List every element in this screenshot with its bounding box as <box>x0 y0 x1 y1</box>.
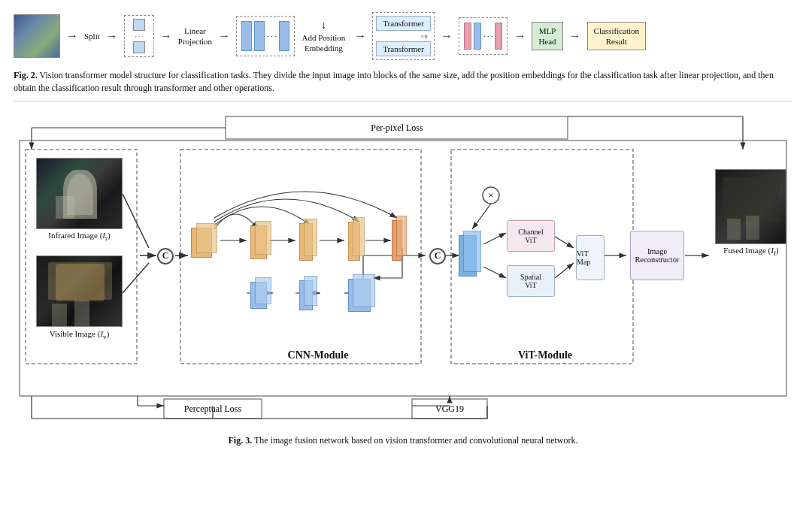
infrared-label: Infrared Image (Ir) <box>36 231 123 242</box>
fig2-arrow3: → <box>160 29 172 43</box>
fig2-split-label: Split <box>84 32 100 41</box>
vit-module-label: ViT-Module <box>459 349 632 361</box>
channel-vit-box: Channel ViT <box>507 220 555 252</box>
vit-map-box: ViT Map <box>576 235 604 280</box>
svg-text:Perceptual Loss: Perceptual Loss <box>184 404 242 414</box>
spatial-vit-box: Spatial ViT <box>507 265 555 297</box>
fig2-mlp-box: MLP Head <box>532 22 562 51</box>
fig2-arrow6: → <box>441 29 453 43</box>
svg-rect-8 <box>412 399 487 419</box>
fig2-arrow5: → <box>354 29 366 43</box>
fig2-arrow2: → <box>106 29 118 43</box>
cnn-bottleneck-block-shadow <box>396 216 407 256</box>
cnn-enc-block3-shadow <box>304 219 317 256</box>
fig2-input-image <box>14 14 60 58</box>
svg-text:Per-pixel Loss: Per-pixel Loss <box>371 122 423 133</box>
figure3-diagram: Per-pixel Loss Perceptual Loss VGG19 <box>14 109 792 432</box>
fig2-arrow1: → <box>66 29 78 43</box>
fig2-caption: Fig. 2. Vision transformer model structu… <box>14 69 780 95</box>
svg-point-30 <box>483 187 499 204</box>
fig2-blocks-box: · · · <box>236 16 295 56</box>
svg-rect-4 <box>226 116 568 139</box>
fig2-arrow7: → <box>514 29 526 43</box>
svg-line-28 <box>555 237 574 248</box>
figure2-area: → Split → · · · → LinearProjection → · · <box>14 8 792 95</box>
svg-line-13 <box>123 263 149 293</box>
fig2-diagram: → Split → · · · → LinearProjection → · · <box>14 8 646 65</box>
cnn-dec-block1-shadow <box>255 277 271 304</box>
svg-line-27 <box>483 267 506 278</box>
fused-label: Fused Image (If) <box>713 246 789 257</box>
svg-line-29 <box>555 263 574 278</box>
fig2-output-blocks: · · · <box>459 17 508 55</box>
fig2-patches-box: · · · <box>124 15 154 57</box>
fig2-caption-bold: Fig. 2. <box>14 70 38 80</box>
fused-image <box>715 169 786 244</box>
reconstructor-box: Image Reconstructor <box>630 231 684 280</box>
svg-rect-6 <box>164 399 262 419</box>
fig2-arrow4: → <box>218 29 230 43</box>
cnn-enc-block1-shadow <box>196 223 217 253</box>
fig2-caption-text: Vision transformer model structure for c… <box>14 70 774 93</box>
cnn-enc-block2-shadow <box>255 221 271 255</box>
figure3-container: Per-pixel Loss Perceptual Loss VGG19 <box>14 109 792 446</box>
fig3-caption-text: The image fusion network based on vision… <box>252 435 577 446</box>
fig2-transformer-box: Transformer ×n Transformer <box>372 12 435 60</box>
fig3-caption: Fig. 3. The image fusion network based o… <box>14 435 792 446</box>
svg-line-12 <box>123 194 149 248</box>
visible-image <box>36 255 123 327</box>
concat-circle-left: C <box>157 248 174 264</box>
cnn-dec-block2-shadow <box>304 276 317 306</box>
vit-input-block-shadow <box>463 231 481 272</box>
cnn-module-label: CNN-Module <box>217 349 420 361</box>
concat-circle-right: C <box>429 248 446 264</box>
svg-text:×: × <box>488 189 493 201</box>
fig3-caption-bold: Fig. 3. <box>228 435 252 446</box>
fig2-transformer1: Transformer <box>376 16 431 31</box>
visible-label: Visible Image (Iv) <box>36 329 123 340</box>
fig2-add-pos-label: ↓ Add PositionEmbedding <box>302 19 346 54</box>
main-container: → Split → · · · → LinearProjection → · · <box>0 0 806 454</box>
svg-line-32 <box>472 204 491 229</box>
cnn-enc-block4-shadow <box>353 217 365 256</box>
fig2-transformer2: Transformer <box>376 41 431 56</box>
fig2-linear-label: LinearProjection <box>178 26 212 47</box>
infrared-image <box>36 158 123 229</box>
svg-text:VGG19: VGG19 <box>435 404 464 414</box>
fig2-arrow8: → <box>569 29 581 43</box>
cnn-dec-block3-shadow <box>353 274 375 307</box>
fig2-result-box: Classification Result <box>587 22 647 51</box>
svg-line-26 <box>483 233 506 244</box>
section-divider <box>14 101 792 101</box>
